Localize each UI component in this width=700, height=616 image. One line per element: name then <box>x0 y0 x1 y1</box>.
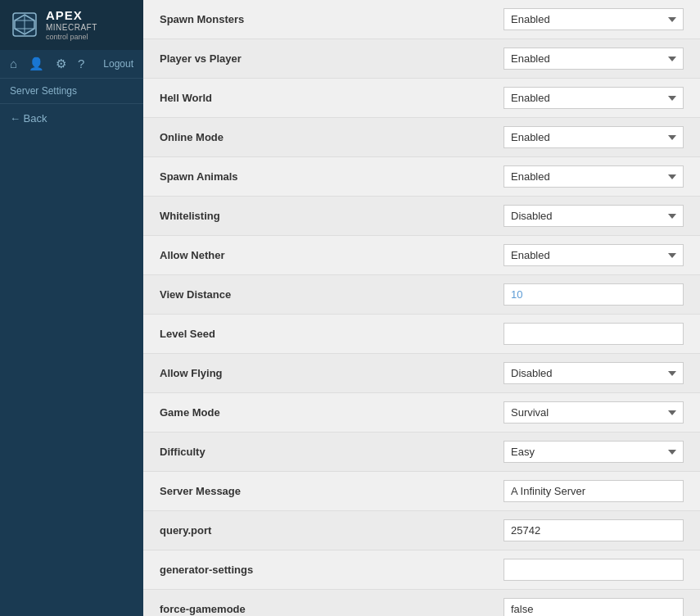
setting-control: EnabledDisabled <box>504 244 684 266</box>
table-row: Player vs PlayerEnabledDisabled <box>143 39 700 79</box>
setting-label: Spawn Monsters <box>160 13 504 25</box>
table-row: Online ModeEnabledDisabled <box>143 118 700 157</box>
table-row: Allow NetherEnabledDisabled <box>143 236 700 275</box>
logo-control-panel: control panel <box>46 33 97 42</box>
setting-select[interactable]: EnabledDisabled <box>504 8 684 30</box>
setting-control: EnabledDisabled <box>504 8 684 30</box>
table-row: Spawn MonstersEnabledDisabled <box>143 0 700 39</box>
setting-control: EnabledDisabled <box>504 165 684 188</box>
setting-select[interactable]: EnabledDisabled <box>504 165 684 188</box>
setting-select[interactable]: EnabledDisabled <box>504 48 684 70</box>
setting-label: force-gamemode <box>160 603 504 615</box>
setting-label: Difficulty <box>160 446 504 458</box>
logo-minecraft: MINECRAFT <box>46 23 97 33</box>
setting-control: EnabledDisabled <box>504 48 684 70</box>
setting-label: Online Mode <box>160 131 504 143</box>
setting-label: Game Mode <box>160 406 504 419</box>
table-row: WhitelistingEnabledDisabled <box>143 197 700 236</box>
setting-label: Hell World <box>160 92 504 104</box>
setting-input[interactable] <box>504 598 684 616</box>
settings-icon[interactable]: ⚙ <box>56 57 66 71</box>
setting-control: EnabledDisabled <box>504 205 684 227</box>
logo-apex: APEX <box>46 8 97 23</box>
setting-input[interactable] <box>504 480 684 502</box>
setting-control <box>504 519 684 541</box>
setting-select[interactable]: EnabledDisabled <box>504 362 684 384</box>
setting-label: Allow Nether <box>160 249 504 261</box>
setting-input[interactable] <box>504 559 684 581</box>
setting-control <box>504 480 684 502</box>
table-row: Spawn AnimalsEnabledDisabled <box>143 157 700 197</box>
table-row: DifficultyPeacefulEasyNormalHard <box>143 433 700 472</box>
setting-input[interactable] <box>504 283 684 306</box>
table-row: Allow FlyingEnabledDisabled <box>143 354 700 393</box>
setting-control: SurvivalCreativeAdventureSpectator <box>504 401 684 424</box>
setting-label: View Distance <box>160 288 504 301</box>
table-row: Game ModeSurvivalCreativeAdventureSpecta… <box>143 393 700 433</box>
setting-label: Server Message <box>160 485 504 497</box>
setting-label: Whitelisting <box>160 210 504 222</box>
setting-label: Level Seed <box>160 328 504 340</box>
setting-control: PeacefulEasyNormalHard <box>504 441 684 463</box>
server-settings-label: Server Settings <box>0 79 143 104</box>
logo-icon <box>10 10 39 39</box>
table-row: force-gamemode <box>143 590 700 616</box>
setting-label: generator-settings <box>160 564 504 576</box>
setting-select[interactable]: EnabledDisabled <box>504 205 684 227</box>
setting-label: Allow Flying <box>160 367 504 379</box>
setting-select[interactable]: EnabledDisabled <box>504 126 684 148</box>
nav-icons: ⌂ 👤 ⚙ ? Logout <box>0 50 143 79</box>
help-icon[interactable]: ? <box>78 57 84 70</box>
user-icon[interactable]: 👤 <box>29 57 44 71</box>
setting-input[interactable] <box>504 519 684 541</box>
home-icon[interactable]: ⌂ <box>10 57 17 70</box>
logout-button[interactable]: Logout <box>103 58 133 70</box>
setting-control: EnabledDisabled <box>504 126 684 148</box>
table-row: Server Message <box>143 472 700 511</box>
table-row: Level Seed <box>143 315 700 354</box>
table-row: query.port <box>143 511 700 550</box>
setting-control: EnabledDisabled <box>504 362 684 384</box>
setting-select[interactable]: EnabledDisabled <box>504 87 684 109</box>
main-content: Spawn MonstersEnabledDisabledPlayer vs P… <box>143 0 700 616</box>
setting-select[interactable]: PeacefulEasyNormalHard <box>504 441 684 463</box>
setting-control: EnabledDisabled <box>504 87 684 109</box>
setting-control <box>504 598 684 616</box>
sidebar: APEX MINECRAFT control panel ⌂ 👤 ⚙ ? Log… <box>0 0 143 616</box>
setting-input[interactable] <box>504 323 684 345</box>
setting-control <box>504 559 684 581</box>
logo-area: APEX MINECRAFT control panel <box>0 0 143 50</box>
table-row: View Distance <box>143 275 700 315</box>
logo-text: APEX MINECRAFT control panel <box>46 8 97 42</box>
setting-label: Spawn Animals <box>160 170 504 183</box>
setting-label: query.port <box>160 524 504 537</box>
table-row: generator-settings <box>143 550 700 590</box>
back-button[interactable]: ← Back <box>0 104 143 133</box>
setting-control <box>504 323 684 345</box>
setting-select[interactable]: EnabledDisabled <box>504 244 684 266</box>
setting-label: Player vs Player <box>160 52 504 65</box>
setting-control <box>504 283 684 306</box>
setting-select[interactable]: SurvivalCreativeAdventureSpectator <box>504 401 684 424</box>
table-row: Hell WorldEnabledDisabled <box>143 79 700 118</box>
